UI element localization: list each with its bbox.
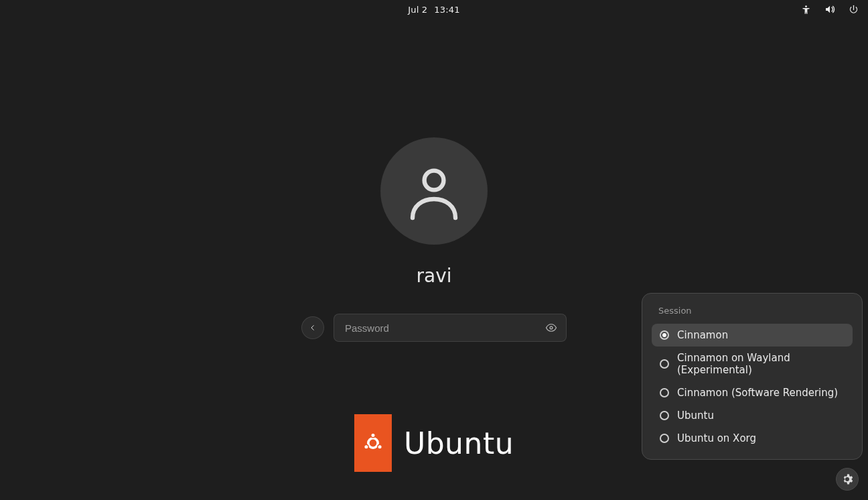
radio-icon [660, 388, 669, 397]
clock[interactable]: Jul 2 13:41 [408, 5, 460, 15]
accessibility-icon[interactable] [801, 5, 811, 15]
username-label: ravi [416, 265, 451, 287]
eye-icon [545, 322, 557, 334]
login-panel: ravi [301, 137, 567, 342]
session-option[interactable]: Cinnamon on Wayland (Experimental) [652, 347, 853, 381]
svg-point-2 [550, 326, 553, 329]
distro-name: Ubuntu [404, 426, 514, 460]
session-option-label: Cinnamon on Wayland (Experimental) [677, 352, 845, 376]
user-avatar [380, 137, 488, 245]
session-options-list: CinnamonCinnamon on Wayland (Experimenta… [652, 324, 853, 450]
password-field-wrapper [334, 314, 567, 342]
date-label: Jul 2 [408, 5, 427, 15]
session-option-label: Cinnamon (Software Rendering) [677, 387, 838, 399]
session-option[interactable]: Cinnamon [652, 324, 853, 347]
password-row [301, 314, 567, 342]
svg-point-7 [846, 478, 849, 481]
svg-point-0 [805, 5, 807, 7]
show-password-button[interactable] [543, 320, 559, 336]
session-option[interactable]: Ubuntu [652, 404, 853, 427]
session-option-label: Ubuntu [677, 410, 714, 422]
svg-point-1 [425, 171, 444, 190]
volume-icon[interactable] [824, 4, 835, 15]
ubuntu-tile [354, 414, 392, 472]
radio-icon [660, 434, 669, 443]
time-label: 13:41 [434, 5, 459, 15]
session-option[interactable]: Ubuntu on Xorg [652, 427, 853, 450]
radio-icon [660, 411, 669, 420]
radio-icon [660, 359, 669, 369]
session-option[interactable]: Cinnamon (Software Rendering) [652, 381, 853, 404]
svg-point-5 [364, 445, 368, 449]
user-icon [402, 159, 466, 223]
ubuntu-logo-icon [361, 431, 385, 455]
gear-icon [841, 473, 853, 485]
session-settings-button[interactable] [836, 468, 859, 491]
system-tray [801, 0, 859, 19]
chevron-left-icon [309, 324, 316, 332]
distro-brand: Ubuntu [354, 414, 514, 472]
session-option-label: Cinnamon [677, 329, 728, 341]
session-chooser-popup: Session CinnamonCinnamon on Wayland (Exp… [642, 293, 863, 460]
power-icon[interactable] [849, 5, 859, 15]
top-bar: Jul 2 13:41 [0, 0, 868, 19]
svg-point-6 [378, 445, 382, 449]
svg-point-3 [368, 438, 378, 448]
session-heading: Session [658, 306, 853, 316]
session-option-label: Ubuntu on Xorg [677, 432, 756, 444]
password-input[interactable] [344, 322, 543, 334]
radio-icon [660, 330, 669, 340]
svg-point-4 [371, 433, 375, 437]
back-button[interactable] [301, 316, 324, 339]
